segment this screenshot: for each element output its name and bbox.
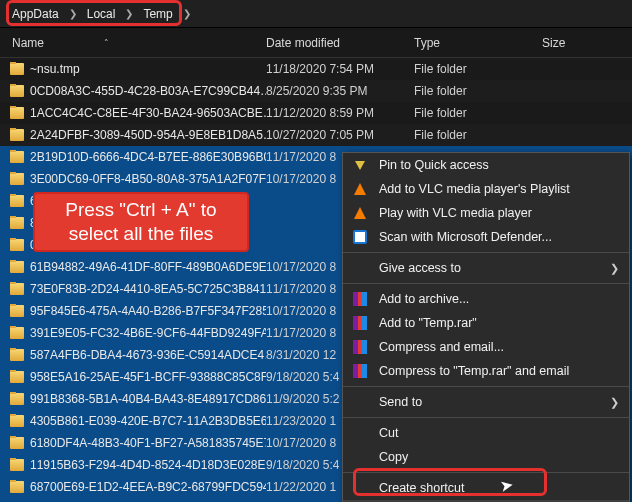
column-name[interactable]: Name ˄ — [0, 36, 266, 50]
archive-icon — [351, 315, 369, 331]
menu-defender-scan[interactable]: Scan with Microsoft Defender... — [343, 225, 629, 249]
table-row[interactable]: 2A24DFBF-3089-450D-954A-9E8EB1D8A5…10/27… — [0, 124, 632, 146]
menu-copy[interactable]: Copy — [343, 445, 629, 469]
menu-give-access[interactable]: Give access to ❯ — [343, 256, 629, 280]
menu-separator — [343, 252, 629, 253]
menu-vlc-add[interactable]: Add to VLC media player's Playlist — [343, 177, 629, 201]
archive-icon — [351, 339, 369, 355]
file-name: 4305B861-E039-420E-B7C7-11A2B3DB5E6E — [30, 414, 266, 428]
defender-icon — [351, 229, 369, 245]
column-size[interactable]: Size — [542, 36, 602, 50]
archive-icon — [351, 291, 369, 307]
folder-icon — [10, 151, 24, 163]
file-name: 1ACC4C4C-C8EE-4F30-BA24-96503ACBE… — [30, 106, 266, 120]
menu-create-shortcut[interactable]: Create shortcut — [343, 476, 629, 500]
vlc-icon — [351, 181, 369, 197]
sort-asc-icon: ˄ — [104, 38, 109, 48]
folder-icon — [10, 437, 24, 449]
file-date: 8/25/2020 9:35 PM — [266, 84, 414, 98]
context-menu[interactable]: Pin to Quick access Add to VLC media pla… — [342, 152, 630, 502]
folder-icon — [10, 239, 24, 251]
menu-separator — [343, 386, 629, 387]
file-name: 11915B63-F294-4D4D-8524-4D18D3E028E7 — [30, 458, 266, 472]
file-name: 587A4FB6-DBA4-4673-936E-C5914ADCE4… — [30, 348, 266, 362]
archive-icon — [351, 363, 369, 379]
chevron-right-icon: ❯ — [610, 396, 619, 409]
file-name: 958E5A16-25AE-45F1-BCFF-93888C85C8F9 — [30, 370, 266, 384]
folder-icon — [10, 459, 24, 471]
crumb-temp[interactable]: Temp — [137, 5, 178, 23]
chevron-right-icon: ❯ — [69, 8, 77, 19]
column-type[interactable]: Type — [414, 36, 542, 50]
chevron-right-icon: ❯ — [125, 8, 133, 19]
folder-icon — [10, 327, 24, 339]
chevron-right-icon: ❯ — [183, 8, 191, 19]
instruction-callout: Press "Ctrl + A" to select all the files — [33, 192, 249, 252]
menu-separator — [343, 283, 629, 284]
file-name: 0CD08A3C-455D-4C28-B03A-E7C99CB44… — [30, 84, 266, 98]
file-name: 61B94882-49A6-41DF-80FF-489B0A6DE9E4 — [30, 260, 266, 274]
crumb-local[interactable]: Local — [81, 5, 122, 23]
menu-add-temp-rar[interactable]: Add to "Temp.rar" — [343, 311, 629, 335]
column-date[interactable]: Date modified — [266, 36, 414, 50]
file-name: 991B8368-5B1A-40B4-BA43-8E48917CD86F — [30, 392, 266, 406]
table-row[interactable]: 0CD08A3C-455D-4C28-B03A-E7C99CB44…8/25/2… — [0, 80, 632, 102]
menu-separator — [343, 417, 629, 418]
menu-vlc-play[interactable]: Play with VLC media player — [343, 201, 629, 225]
folder-icon — [10, 63, 24, 75]
folder-icon — [10, 173, 24, 185]
file-name: 3E00DC69-0FF8-4B50-80A8-375A1A2F07F9 — [30, 172, 266, 186]
folder-icon — [10, 393, 24, 405]
menu-add-archive[interactable]: Add to archive... — [343, 287, 629, 311]
folder-icon — [10, 129, 24, 141]
chevron-right-icon: ❯ — [610, 262, 619, 275]
folder-icon — [10, 371, 24, 383]
menu-send-to[interactable]: Send to ❯ — [343, 390, 629, 414]
folder-icon — [10, 195, 24, 207]
file-date: 11/12/2020 8:59 PM — [266, 106, 414, 120]
file-type: File folder — [414, 106, 542, 120]
file-name: 391E9E05-FC32-4B6E-9CF6-44FBD9249FAC — [30, 326, 266, 340]
crumb-appdata[interactable]: AppData — [6, 5, 65, 23]
file-type: File folder — [414, 84, 542, 98]
file-name: 68700E69-E1D2-4EEA-B9C2-68799FDC594A — [30, 480, 266, 494]
folder-icon — [10, 85, 24, 97]
breadcrumb[interactable]: AppData ❯ Local ❯ Temp ❯ — [0, 0, 632, 28]
menu-cut[interactable]: Cut — [343, 421, 629, 445]
folder-icon — [10, 283, 24, 295]
folder-icon — [10, 349, 24, 361]
file-date: 11/18/2020 7:54 PM — [266, 62, 414, 76]
folder-icon — [10, 305, 24, 317]
file-name: 73E0F83B-2D24-4410-8EA5-5C725C3B8413 — [30, 282, 266, 296]
folder-icon — [10, 415, 24, 427]
file-name: 2B19D10D-6666-4DC4-B7EE-886E30B96B00 — [30, 150, 266, 164]
file-name: 6180DF4A-48B3-40F1-BF27-A581835745E7 — [30, 436, 266, 450]
folder-icon — [10, 261, 24, 273]
column-header-row: Name ˄ Date modified Type Size — [0, 28, 632, 58]
file-date: 10/27/2020 7:05 PM — [266, 128, 414, 142]
pin-icon — [351, 157, 369, 173]
table-row[interactable]: 1ACC4C4C-C8EE-4F30-BA24-96503ACBE…11/12/… — [0, 102, 632, 124]
menu-pin-quick-access[interactable]: Pin to Quick access — [343, 153, 629, 177]
table-row[interactable]: ~nsu.tmp11/18/2020 7:54 PMFile folder — [0, 58, 632, 80]
menu-separator — [343, 472, 629, 473]
file-type: File folder — [414, 62, 542, 76]
menu-compress-email[interactable]: Compress and email... — [343, 335, 629, 359]
file-name: 2A24DFBF-3089-450D-954A-9E8EB1D8A5… — [30, 128, 266, 142]
folder-icon — [10, 481, 24, 493]
menu-compress-temp-email[interactable]: Compress to "Temp.rar" and email — [343, 359, 629, 383]
folder-icon — [10, 217, 24, 229]
file-type: File folder — [414, 128, 542, 142]
folder-icon — [10, 107, 24, 119]
file-name: 95F845E6-475A-4A40-B286-B7F5F347F285 — [30, 304, 266, 318]
vlc-icon — [351, 205, 369, 221]
file-name: ~nsu.tmp — [30, 62, 80, 76]
